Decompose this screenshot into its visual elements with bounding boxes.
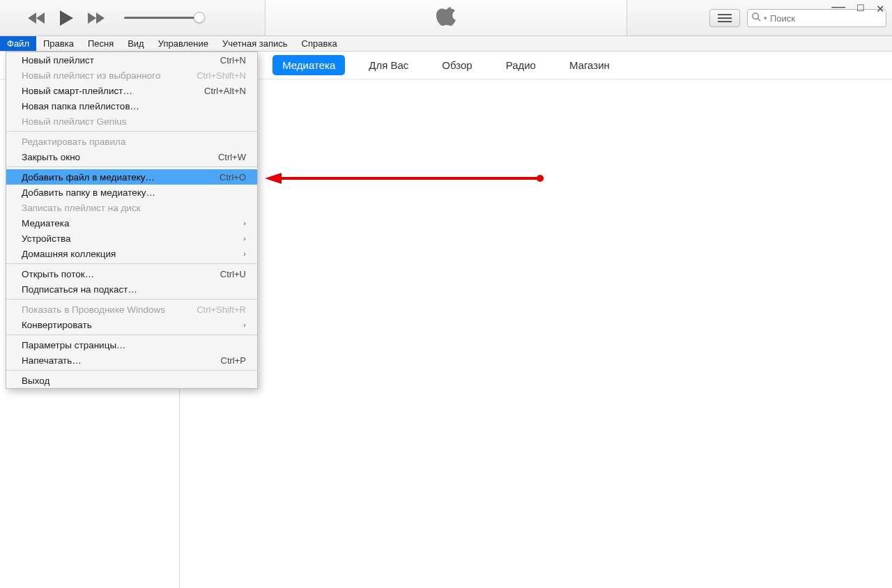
menu-item[interactable]: Добавить файл в медиатеку…Ctrl+O (6, 169, 257, 185)
menu-item-label: Новый плейлист из выбранного (22, 70, 160, 81)
menu-separator (6, 299, 257, 300)
minimize-button[interactable]: — (831, 0, 845, 13)
menu-item-label: Медиатека (22, 218, 70, 229)
menu-separator (6, 263, 257, 264)
menu-separator (6, 167, 257, 167)
now-playing-display (265, 0, 627, 36)
menu-управление[interactable]: Управление (151, 36, 215, 51)
menu-вид[interactable]: Вид (121, 36, 151, 51)
file-menu-dropdown: Новый плейлистCtrl+NНовый плейлист из вы… (6, 52, 258, 389)
menu-item[interactable]: Медиатека› (6, 215, 257, 231)
tab-3[interactable]: Радио (496, 55, 546, 75)
menu-item-label: Параметры страницы… (22, 340, 126, 350)
tab-2[interactable]: Обзор (432, 55, 482, 75)
menu-item[interactable]: Новый смарт-плейлист…Ctrl+Alt+N (6, 83, 257, 98)
menu-item-label: Подписаться на подкаст… (22, 284, 137, 295)
close-button[interactable]: ✕ (876, 3, 885, 17)
tab-1[interactable]: Для Вас (359, 55, 418, 75)
menu-item-label: Добавить файл в медиатеку… (22, 172, 155, 183)
menu-item-shortcut: Ctrl+U (220, 269, 246, 279)
menu-item-shortcut: Ctrl+P (221, 355, 246, 366)
menu-separator (6, 370, 257, 371)
menu-item[interactable]: Новая папка плейлистов… (6, 98, 257, 114)
menu-item-label: Домашняя коллекция (22, 249, 116, 259)
play-button[interactable] (59, 10, 74, 26)
chevron-right-icon: › (243, 234, 246, 242)
menu-item[interactable]: Параметры страницы… (6, 337, 257, 353)
next-button[interactable] (86, 12, 105, 24)
volume-slider[interactable] (124, 17, 201, 19)
menu-item[interactable]: Новый плейлистCtrl+N (6, 52, 257, 68)
menu-item-shortcut: Ctrl+N (220, 55, 246, 65)
chevron-right-icon: › (243, 320, 246, 329)
player-toolbar: ▾ (0, 0, 892, 36)
svg-line-4 (758, 19, 761, 22)
maximize-button[interactable]: ☐ (856, 3, 865, 17)
menu-item[interactable]: Напечатать…Ctrl+P (6, 353, 257, 368)
menu-item-label: Устройства (22, 233, 71, 244)
menu-item[interactable]: Добавить папку в медиатеку… (6, 185, 257, 200)
playback-controls (28, 10, 105, 26)
menu-item-label: Показать в Проводнике Windows (22, 304, 165, 315)
previous-button[interactable] (28, 12, 46, 24)
chevron-right-icon: › (243, 219, 246, 227)
menu-item[interactable]: Подписаться на подкаст… (6, 281, 257, 297)
svg-point-3 (753, 13, 758, 19)
menu-bar: ФайлПравкаПесняВидУправлениеУчетная запи… (0, 36, 892, 52)
chevron-right-icon: › (243, 249, 246, 258)
menu-item-label: Новый плейлист (22, 55, 94, 65)
menu-учетная запись[interactable]: Учетная запись (215, 36, 295, 51)
menu-item-label: Новый смарт-плейлист… (22, 86, 132, 96)
menu-item: Новый плейлист Genius (6, 114, 257, 129)
menu-item[interactable]: Устройства› (6, 231, 257, 246)
menu-правка[interactable]: Правка (36, 36, 81, 51)
menu-item-label: Редактировать правила (22, 137, 125, 147)
menu-item-label: Новый плейлист Genius (22, 116, 127, 127)
menu-item-shortcut: Ctrl+W (218, 152, 246, 162)
menu-песня[interactable]: Песня (81, 36, 121, 51)
tab-4[interactable]: Магазин (560, 55, 620, 75)
list-view-button[interactable] (709, 9, 740, 27)
main-panel (180, 79, 892, 588)
menu-item-shortcut: Ctrl+O (220, 172, 246, 183)
menu-item[interactable]: Открыть поток…Ctrl+U (6, 266, 257, 281)
menu-item: Новый плейлист из выбранногоCtrl+Shift+N (6, 68, 257, 83)
menu-item-label: Открыть поток… (22, 269, 94, 279)
menu-item[interactable]: Конвертировать› (6, 317, 257, 332)
menu-item-label: Закрыть окно (22, 152, 80, 162)
menu-справка[interactable]: Справка (295, 36, 344, 51)
menu-separator (6, 131, 257, 132)
menu-item-shortcut: Ctrl+Shift+N (197, 70, 246, 81)
menu-item[interactable]: Выход (6, 373, 257, 388)
menu-separator (6, 334, 257, 335)
menu-item[interactable]: Домашняя коллекция› (6, 246, 257, 261)
menu-item: Показать в Проводнике WindowsCtrl+Shift+… (6, 302, 257, 317)
menu-item-label: Добавить папку в медиатеку… (22, 187, 155, 198)
menu-item-label: Конвертировать (22, 320, 92, 330)
chevron-down-icon: ▾ (764, 15, 767, 22)
menu-файл[interactable]: Файл (0, 36, 36, 51)
menu-item: Записать плейлист на диск (6, 200, 257, 215)
menu-item: Редактировать правила (6, 134, 257, 149)
menu-item-label: Напечатать… (22, 355, 82, 366)
menu-item-shortcut: Ctrl+Shift+R (197, 304, 246, 315)
tab-0[interactable]: Медиатека (272, 55, 345, 75)
menu-item-shortcut: Ctrl+Alt+N (204, 86, 246, 96)
menu-item-label: Новая папка плейлистов… (22, 101, 139, 111)
search-icon (752, 12, 761, 24)
menu-item-label: Записать плейлист на диск (22, 203, 141, 213)
menu-item[interactable]: Закрыть окноCtrl+W (6, 149, 257, 164)
apple-logo-icon (436, 6, 456, 31)
menu-item-label: Выход (22, 376, 49, 386)
